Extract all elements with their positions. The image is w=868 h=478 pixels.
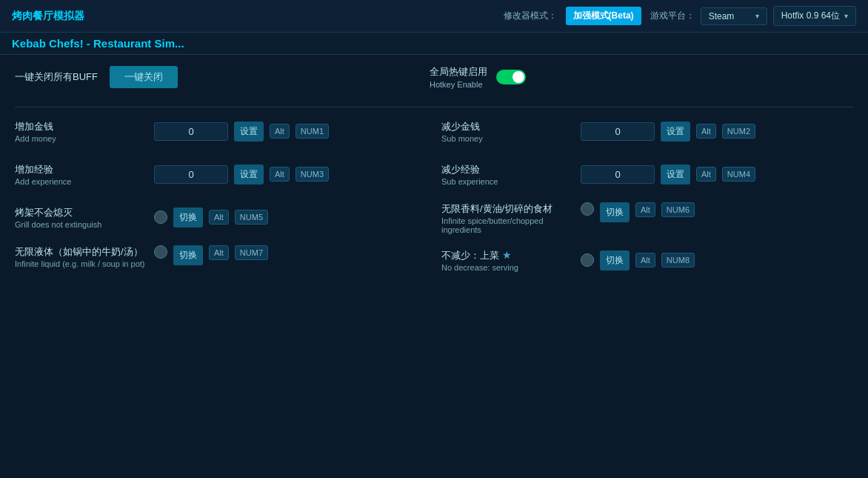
app-header: 烤肉餐厅模拟器 修改器模式： 加强模式(Beta) 游戏平台： Steam ▾ …	[0, 0, 868, 33]
serving-key-num8: NUM8	[661, 253, 695, 268]
sub-exp-set-btn[interactable]: 设置	[661, 165, 690, 185]
close-all-button[interactable]: 一键关闭	[110, 66, 178, 88]
add-money-cn: 增加金钱	[15, 120, 148, 133]
left-cheats-column: 增加金钱 Add money 设置 Alt NUM1 增加经验 Add expe…	[15, 113, 427, 278]
right-panel-top: 全局热键启用 Hotkey Enable	[430, 65, 853, 89]
cheat-infinite-liquid: 无限液体（如锅中的牛奶/汤） Infinite liquid (e.g. mil…	[15, 242, 427, 278]
cheat-add-experience: 增加经验 Add experience 设置 Alt NUM3	[15, 156, 427, 192]
add-money-key-alt: Alt	[270, 124, 290, 139]
liquid-cn: 无限液体（如锅中的牛奶/汤）	[15, 245, 148, 259]
add-exp-labels: 增加经验 Add experience	[15, 163, 148, 186]
grill-switch-btn[interactable]: 切换	[173, 208, 203, 228]
spice-cn: 无限香料/黄油/切碎的食材	[441, 202, 575, 216]
sub-money-cn: 减少金钱	[441, 120, 575, 133]
platform-value: Steam	[709, 11, 735, 21]
version-dropdown[interactable]: Hotfix 0.9 64位 ▾	[773, 6, 856, 26]
grill-toggle[interactable]	[154, 210, 167, 224]
spice-labels: 无限香料/黄油/切碎的食材 Infinite spice/butter/chop…	[441, 202, 575, 234]
sub-header: Kebab Chefs! - Restaurant Sim...	[0, 33, 868, 55]
serving-labels: 不减少：上菜 ★ No decrease: serving	[441, 249, 575, 272]
platform-dropdown[interactable]: Steam ▾	[701, 7, 767, 25]
liquid-switch-btn[interactable]: 切换	[173, 245, 203, 265]
serving-en: No decrease: serving	[441, 263, 575, 272]
spice-switch-btn[interactable]: 切换	[600, 202, 630, 222]
liquid-key-num7: NUM7	[235, 245, 268, 260]
sub-money-set-btn[interactable]: 设置	[661, 122, 690, 142]
left-panel-top: 一键关闭所有BUFF 一键关闭	[15, 66, 430, 88]
add-exp-key-alt: Alt	[270, 167, 290, 182]
sub-exp-cn: 减少经验	[441, 163, 575, 176]
main-content: 一键关闭所有BUFF 一键关闭 全局热键启用 Hotkey Enable 增加金…	[0, 55, 868, 288]
app-title: 烤肉餐厅模拟器	[12, 10, 84, 23]
cheat-grill: 烤架不会熄灭 Grill does not extinguish 切换 Alt …	[15, 199, 427, 235]
sub-exp-key-num4: NUM4	[722, 167, 755, 182]
liquid-key-alt: Alt	[209, 245, 229, 260]
grill-labels: 烤架不会熄灭 Grill does not extinguish	[15, 206, 148, 229]
platform-area: 游戏平台： Steam ▾ Hotfix 0.9 64位 ▾	[650, 6, 856, 26]
game-name: Kebab Chefs! - Restaurant Sim...	[12, 37, 184, 50]
add-exp-input[interactable]	[154, 165, 228, 184]
sub-exp-input[interactable]	[581, 165, 655, 184]
hotkey-section: 全局热键启用 Hotkey Enable	[430, 65, 487, 89]
cheat-no-decrease-serving: 不减少：上菜 ★ No decrease: serving 切换 Alt NUM…	[441, 242, 853, 278]
add-money-key-num1: NUM1	[296, 124, 329, 139]
add-exp-set-btn[interactable]: 设置	[234, 165, 264, 185]
hotkey-subtitle: Hotkey Enable	[430, 80, 487, 89]
spice-toggle[interactable]	[581, 202, 594, 216]
divider	[15, 107, 853, 107]
grill-en: Grill does not extinguish	[15, 220, 148, 229]
serving-toggle[interactable]	[581, 253, 594, 267]
sub-money-labels: 减少金钱 Sub money	[441, 120, 575, 143]
liquid-labels: 无限液体（如锅中的牛奶/汤） Infinite liquid (e.g. mil…	[15, 245, 148, 268]
version-value: Hotfix 0.9 64位	[781, 10, 840, 22]
serving-key-alt: Alt	[635, 253, 655, 268]
chevron-down-icon: ▾	[844, 12, 848, 20]
add-exp-key-num3: NUM3	[296, 167, 329, 182]
add-exp-cn: 增加经验	[15, 163, 148, 176]
cheat-add-money: 增加金钱 Add money 设置 Alt NUM1	[15, 113, 427, 149]
add-money-set-btn[interactable]: 设置	[234, 122, 264, 142]
modifier-label: 修改器模式：	[504, 10, 557, 22]
top-controls: 一键关闭所有BUFF 一键关闭 全局热键启用 Hotkey Enable	[15, 65, 853, 89]
sub-money-en: Sub money	[441, 134, 575, 143]
chevron-down-icon: ▾	[755, 12, 759, 20]
liquid-toggle[interactable]	[154, 245, 167, 259]
sub-exp-en: Sub experience	[441, 177, 575, 186]
cheat-sub-experience: 减少经验 Sub experience 设置 Alt NUM4	[441, 156, 853, 192]
cheat-infinite-spice: 无限香料/黄油/切碎的食材 Infinite spice/butter/chop…	[441, 199, 853, 235]
close-all-label: 一键关闭所有BUFF	[15, 70, 98, 84]
add-money-labels: 增加金钱 Add money	[15, 120, 148, 143]
mode-badge: 加强模式(Beta)	[566, 7, 641, 25]
sub-exp-key-alt: Alt	[696, 167, 716, 182]
add-exp-en: Add experience	[15, 177, 148, 186]
star-icon: ★	[502, 249, 512, 261]
grill-cn: 烤架不会熄灭	[15, 206, 148, 219]
header-controls: 修改器模式： 加强模式(Beta) 游戏平台： Steam ▾ Hotfix 0…	[504, 6, 856, 26]
spice-key-alt: Alt	[635, 202, 655, 217]
serving-cn: 不减少：上菜 ★	[441, 249, 575, 262]
hotkey-title: 全局热键启用	[430, 65, 487, 79]
add-money-input[interactable]	[154, 122, 228, 141]
sub-money-key-alt: Alt	[696, 124, 716, 139]
serving-switch-btn[interactable]: 切换	[600, 250, 630, 270]
grill-key-alt: Alt	[209, 210, 229, 225]
platform-label: 游戏平台：	[650, 10, 695, 22]
grill-key-num5: NUM5	[235, 210, 268, 225]
spice-en: Infinite spice/butter/chopped ingredient…	[441, 216, 575, 234]
sub-money-key-num2: NUM2	[722, 124, 755, 139]
add-money-en: Add money	[15, 134, 148, 143]
hotkey-toggle[interactable]	[496, 70, 526, 84]
sub-money-input[interactable]	[581, 122, 655, 141]
spice-key-num6: NUM6	[661, 202, 695, 217]
sub-exp-labels: 减少经验 Sub experience	[441, 163, 575, 186]
cheat-rows-container: 增加金钱 Add money 设置 Alt NUM1 增加经验 Add expe…	[15, 113, 853, 278]
cheat-sub-money: 减少金钱 Sub money 设置 Alt NUM2	[441, 113, 853, 149]
liquid-en: Infinite liquid (e.g. milk / soup in pot…	[15, 259, 148, 268]
right-cheats-column: 减少金钱 Sub money 设置 Alt NUM2 减少经验 Sub expe…	[441, 113, 853, 278]
